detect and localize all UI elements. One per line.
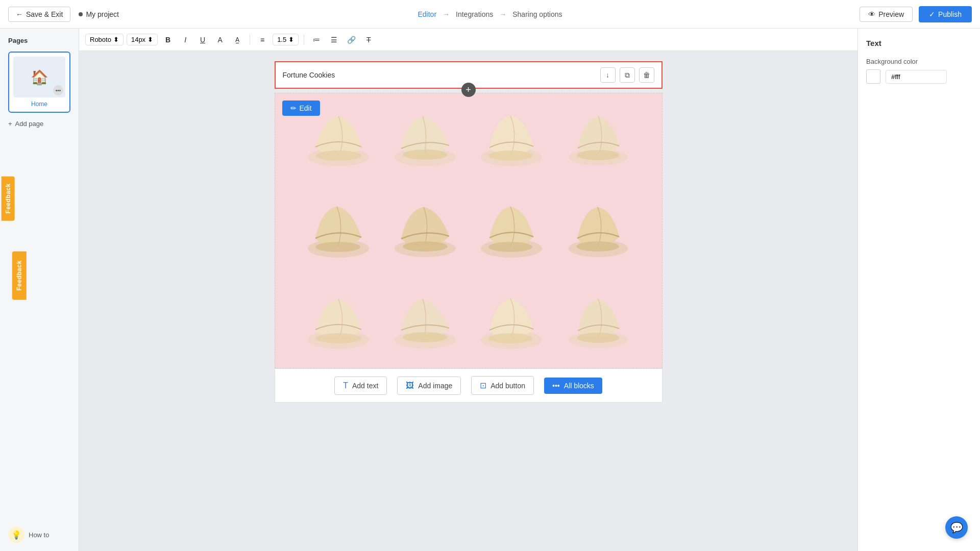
move-down-button[interactable]: ↓ — [600, 67, 616, 83]
button-icon: ⊡ — [480, 381, 486, 390]
cookie-cell-1-4 — [555, 104, 642, 174]
color-input[interactable] — [886, 70, 947, 84]
cookie-cell-1-2 — [382, 104, 469, 174]
font-select[interactable]: Roboto ⬍ — [85, 34, 124, 45]
chat-icon: 💬 — [950, 521, 963, 534]
size-select[interactable]: 14px ⬍ — [127, 34, 158, 45]
canvas-wrapper: Fortune Cookies ↓ ⧉ 🗑 + ✏ Edit — [79, 51, 857, 551]
image-block: ✏ Edit — [275, 93, 663, 368]
svg-point-19 — [403, 332, 448, 342]
svg-point-21 — [488, 333, 533, 343]
add-text-button[interactable]: T Add text — [334, 377, 387, 395]
dots-icon: ••• — [552, 382, 560, 390]
home-page-card[interactable]: 🏠 ••• Home — [8, 52, 70, 113]
text-block-actions: ↓ ⧉ 🗑 — [600, 67, 654, 83]
main-layout: Feedback Pages 🏠 ••• Home + Add page 💡 H… — [0, 29, 980, 551]
add-bar: T Add text 🖼 Add image ⊡ Add button ••• … — [275, 368, 663, 403]
line-height-value: 1.5 — [277, 36, 286, 43]
cookie-cell-3-1 — [296, 287, 382, 358]
line-height-select[interactable]: 1.5 ⬍ — [273, 34, 299, 45]
preview-button[interactable]: 👁 Preview — [860, 7, 913, 22]
editor-area: Roboto ⬍ 14px ⬍ B I U A A̲ ≡ 1.5 ⬍ ≔ ☰ 🔗… — [79, 29, 857, 551]
page-card-more-btn[interactable]: ••• — [53, 85, 63, 95]
feedback-tab[interactable]: Feedback — [2, 176, 15, 220]
preview-label: Preview — [878, 10, 904, 18]
home-page-icon: 🏠 — [31, 69, 48, 86]
add-image-button[interactable]: 🖼 Add image — [397, 377, 461, 395]
cookie-cell-3-2 — [382, 287, 469, 358]
check-icon: ✓ — [929, 10, 935, 18]
fortune-cookie-svg — [305, 109, 372, 170]
fortune-cookie-svg — [392, 200, 458, 261]
feedback-tab[interactable]: Feedback — [12, 251, 27, 299]
add-image-label: Add image — [418, 382, 452, 390]
integrations-link[interactable]: Integrations — [456, 10, 493, 18]
size-chevron: ⬍ — [148, 36, 153, 43]
svg-point-23 — [577, 333, 620, 343]
text-block-container: Fortune Cookies ↓ ⧉ 🗑 + — [275, 61, 663, 89]
link-button[interactable]: 🔗 — [344, 33, 358, 47]
editor-link[interactable]: Editor — [418, 10, 436, 18]
edit-button[interactable]: ✏ Edit — [282, 101, 320, 116]
align-center-button[interactable]: ≡ — [255, 33, 270, 47]
top-nav: ← Save & Exit My project Editor → Integr… — [0, 0, 980, 29]
plus-icon: + — [8, 120, 12, 128]
italic-button[interactable]: I — [178, 33, 192, 47]
font-highlight-button[interactable]: A̲ — [230, 33, 244, 47]
strikethrough-button[interactable]: T — [361, 33, 376, 47]
all-blocks-button[interactable]: ••• All blocks — [544, 378, 602, 394]
ordered-list-button[interactable]: ≔ — [309, 33, 324, 47]
panel-title: Text — [866, 39, 972, 47]
how-to-section[interactable]: 💡 How to — [8, 527, 70, 543]
bold-button[interactable]: B — [161, 33, 175, 47]
back-arrow-icon: ← — [16, 10, 23, 18]
add-page-btn[interactable]: + Add page — [8, 120, 70, 128]
font-color-button[interactable]: A — [213, 33, 227, 47]
nav-center: Editor → Integrations → Sharing options — [418, 10, 562, 18]
all-blocks-label: All blocks — [564, 382, 594, 390]
svg-point-1 — [315, 151, 361, 161]
text-block-input[interactable]: Fortune Cookies — [283, 71, 600, 79]
how-to-icon: 💡 — [8, 527, 24, 543]
publish-label: Publish — [938, 10, 962, 18]
fortune-cookie-svg — [305, 200, 372, 261]
cookie-cell-2-2 — [382, 195, 469, 266]
svg-point-9 — [315, 242, 360, 252]
add-button-button[interactable]: ⊡ Add button — [471, 376, 534, 395]
nav-arrow-1: → — [443, 10, 450, 18]
edit-label: Edit — [300, 104, 312, 112]
unordered-list-button[interactable]: ☰ — [327, 33, 341, 47]
nav-right: 👁 Preview ✓ Publish — [860, 6, 972, 22]
cookie-cell-2-4 — [555, 195, 642, 266]
save-exit-button[interactable]: ← Save & Exit — [8, 7, 70, 22]
add-page-label: Add page — [15, 120, 44, 128]
duplicate-button[interactable]: ⧉ — [620, 67, 635, 83]
how-to-label: How to — [29, 531, 49, 539]
svg-point-7 — [577, 150, 620, 160]
cookie-row-3 — [275, 277, 662, 368]
cookie-cell-2-1 — [296, 195, 382, 266]
fortune-cookie-svg — [565, 109, 631, 170]
svg-point-3 — [403, 149, 448, 160]
font-label: Roboto — [90, 36, 111, 43]
publish-button[interactable]: ✓ Publish — [919, 6, 972, 22]
text-icon: T — [343, 381, 348, 390]
fortune-cookie-svg — [305, 291, 372, 353]
image-icon: 🖼 — [406, 381, 414, 390]
fortune-cookie-svg — [565, 200, 631, 261]
fortune-cookie-svg — [478, 200, 545, 261]
underline-button[interactable]: U — [195, 33, 210, 47]
chat-button[interactable]: 💬 — [945, 516, 968, 539]
project-name: My project — [79, 10, 119, 18]
fortune-cookie-svg — [478, 291, 545, 353]
add-block-button[interactable]: + — [461, 83, 476, 97]
svg-point-5 — [488, 151, 533, 161]
home-page-label: Home — [13, 101, 65, 108]
fortune-cookie-svg — [392, 291, 458, 353]
pages-title: Pages — [8, 37, 70, 44]
color-swatch[interactable] — [866, 69, 880, 84]
sharing-options-link[interactable]: Sharing options — [512, 10, 562, 18]
color-row — [866, 69, 972, 84]
delete-button[interactable]: 🗑 — [639, 67, 654, 83]
right-panel: Text Background color — [857, 29, 980, 551]
